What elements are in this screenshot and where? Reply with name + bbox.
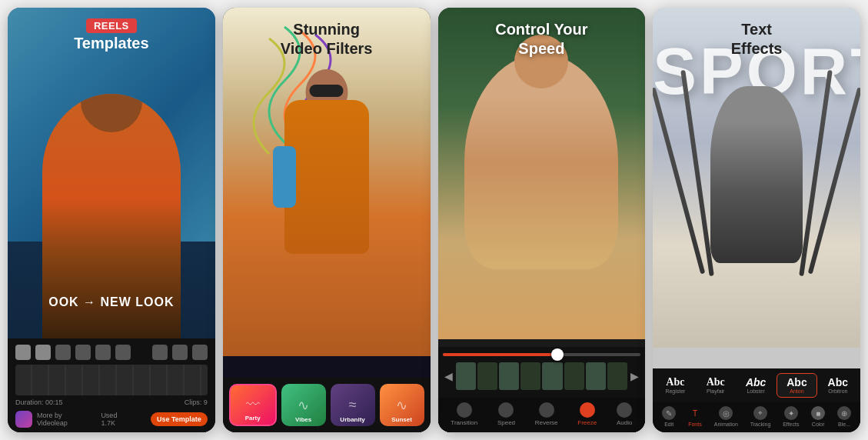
- filter-sunset[interactable]: ∿ Sunset: [380, 384, 424, 426]
- footer-left: More by Videoleap: [15, 411, 68, 428]
- card3-title: Control Your Speed: [438, 20, 646, 58]
- used-label: Used: [101, 412, 117, 419]
- font-lobster[interactable]: Abc Lobster: [737, 374, 775, 397]
- blend-icon: ⊕: [837, 406, 851, 420]
- lobster-preview: Abc: [738, 377, 773, 388]
- card2-title-line2: Video Filters: [281, 40, 373, 57]
- card4-title-line2: Effects: [731, 40, 783, 57]
- speed-label: Speed: [497, 419, 515, 426]
- frame-8: [607, 362, 627, 390]
- color-label: Color: [812, 422, 825, 427]
- audio-icon: [617, 402, 632, 418]
- speed-slider-area: ◀ ▶: [438, 347, 646, 398]
- card3-toolbar: Transition Speed Reverse Freeze Audio: [438, 398, 646, 432]
- font-orbitron[interactable]: Abc Orbitron: [819, 374, 857, 397]
- filter-vibes[interactable]: ∿ Vibes: [281, 384, 326, 426]
- tool-icon-4[interactable]: [75, 345, 91, 360]
- more-by-label: More by: [37, 412, 68, 419]
- use-template-button[interactable]: Use Template: [151, 412, 208, 426]
- c4-tool-animation[interactable]: ◎ Animation: [714, 406, 738, 427]
- filter-row: 〰 Party ∿ Vibes ≈ Urbanity ∿ Sunset: [229, 384, 424, 426]
- frame-4: [520, 362, 540, 390]
- vibes-label: Vibes: [281, 416, 326, 423]
- tool-transition[interactable]: Transition: [451, 402, 477, 426]
- timeline[interactable]: [15, 365, 208, 395]
- fonts-icon: T: [688, 406, 702, 420]
- c4-tool-effects[interactable]: ✦ Effects: [783, 406, 799, 427]
- main-container: REELS Templates OOK → NEW LOOK: [0, 0, 868, 440]
- card2-title: Stunning Video Filters: [223, 20, 431, 58]
- media-icon-1[interactable]: [152, 345, 168, 360]
- speed-track[interactable]: [443, 353, 641, 356]
- tool-icon-2[interactable]: [35, 345, 51, 360]
- tool-audio[interactable]: Audio: [617, 402, 632, 426]
- font-anton[interactable]: Abc Anton: [777, 373, 816, 398]
- animation-icon: ◎: [719, 406, 733, 420]
- tool-icon-6[interactable]: [115, 345, 131, 360]
- c4-tool-tracking[interactable]: ⌖ Tracking: [750, 406, 771, 427]
- toolbar: [15, 345, 208, 360]
- tool-icon-1[interactable]: [15, 345, 31, 360]
- footer-right: Used 1.7K: [101, 412, 117, 427]
- transition-label: Transition: [451, 419, 477, 426]
- brand-label: Videoleap: [37, 419, 68, 427]
- orbitron-preview: Abc: [820, 377, 856, 388]
- media-icons: [152, 345, 208, 360]
- fonts-label: Fonts: [688, 422, 702, 427]
- media-icon-3[interactable]: [192, 345, 208, 360]
- speed-progress: [443, 353, 552, 356]
- frame-6: [564, 362, 584, 390]
- font-playfair[interactable]: Abc Playfair: [697, 374, 735, 397]
- c4-tool-blend[interactable]: ⊕ Ble...: [837, 406, 851, 427]
- party-label: Party: [231, 415, 275, 422]
- filter-urbanity[interactable]: ≈ Urbanity: [331, 384, 375, 426]
- videoleap-icon: [15, 411, 32, 428]
- card1-footer: More by Videoleap Used 1.7K Use Template: [15, 411, 208, 428]
- c4-tool-color[interactable]: ■ Color: [811, 406, 825, 427]
- filters-bar: 〰 Party ∿ Vibes ≈ Urbanity ∿ Sunset: [223, 378, 431, 432]
- tool-icons: [15, 345, 131, 360]
- card-video-filters: Stunning Video Filters 〰 Party ∿ Vibes ≈…: [223, 8, 431, 432]
- filmstrip: ◀ ▶: [443, 362, 641, 390]
- anton-preview: Abc: [779, 377, 814, 388]
- card1-controls: Duration: 00:15 Clips: 9 More by Videole…: [8, 338, 215, 432]
- tool-icon-5[interactable]: [95, 345, 111, 360]
- urbanity-label: Urbanity: [331, 416, 375, 423]
- animation-label: Animation: [714, 422, 738, 427]
- transition-icon: [457, 402, 472, 418]
- tool-speed[interactable]: Speed: [497, 402, 515, 426]
- color-icon: ■: [811, 406, 825, 420]
- filmstrip-arrow-left[interactable]: ◀: [443, 370, 454, 382]
- c4-tool-fonts[interactable]: T Fonts: [688, 406, 702, 427]
- tracking-icon: ⌖: [753, 406, 767, 420]
- freeze-label: Freeze: [577, 419, 597, 426]
- filmstrip-arrow-right[interactable]: ▶: [629, 370, 640, 382]
- reverse-icon: [539, 402, 554, 418]
- c4-tool-edit[interactable]: ✎ Edit: [662, 406, 676, 427]
- reels-badge: REELS: [86, 18, 137, 33]
- font-row: Abc Register Abc Playfair Abc Lobster Ab…: [653, 368, 860, 402]
- man-body: [284, 100, 369, 254]
- font-register[interactable]: Abc Register: [656, 374, 694, 397]
- speed-thumb[interactable]: [551, 348, 564, 361]
- tool-reverse[interactable]: Reverse: [535, 402, 558, 426]
- frame-1: [456, 362, 476, 390]
- duration-text: Duration: 00:15: [15, 398, 63, 406]
- frame-3: [499, 362, 519, 390]
- man-figure: [269, 69, 384, 300]
- blend-label: Ble...: [838, 422, 850, 427]
- card-speed-control: Control Your Speed ◀: [438, 8, 646, 432]
- freeze-icon: [580, 402, 595, 418]
- athlete-figure: [710, 86, 803, 263]
- card-text-effects: SPORT Text Effects Abc Register Ab: [653, 8, 860, 432]
- card2-title-line1: Stunning: [293, 21, 360, 38]
- register-preview: Abc: [657, 377, 693, 388]
- speed-icon: [498, 402, 514, 418]
- playfair-preview: Abc: [698, 377, 733, 388]
- orbitron-name: Orbitron: [820, 388, 856, 394]
- audio-label: Audio: [617, 419, 632, 426]
- filter-party[interactable]: 〰 Party: [229, 384, 277, 426]
- tool-freeze[interactable]: Freeze: [577, 402, 597, 426]
- tool-icon-3[interactable]: [55, 345, 71, 360]
- media-icon-2[interactable]: [172, 345, 188, 360]
